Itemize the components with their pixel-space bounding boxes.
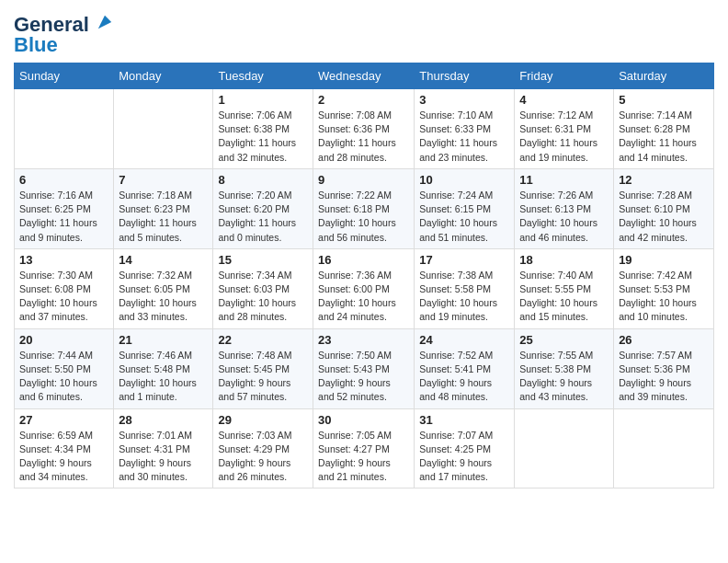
day-info: Sunrise: 7:57 AM Sunset: 5:36 PM Dayligh…: [619, 349, 709, 405]
calendar-cell: 11Sunrise: 7:26 AM Sunset: 6:13 PM Dayli…: [515, 168, 614, 248]
day-number: 8: [218, 173, 308, 187]
calendar-day-header: Saturday: [614, 63, 714, 89]
calendar-day-header: Wednesday: [313, 63, 415, 89]
calendar-cell: 2Sunrise: 7:08 AM Sunset: 6:36 PM Daylig…: [313, 89, 415, 169]
day-number: 25: [519, 333, 609, 347]
svg-marker-0: [98, 16, 111, 29]
calendar-week-row: 1Sunrise: 7:06 AM Sunset: 6:38 PM Daylig…: [15, 89, 714, 169]
calendar-cell: 22Sunrise: 7:48 AM Sunset: 5:45 PM Dayli…: [213, 328, 313, 408]
calendar-cell: 20Sunrise: 7:44 AM Sunset: 5:50 PM Dayli…: [15, 328, 114, 408]
day-info: Sunrise: 7:12 AM Sunset: 6:31 PM Dayligh…: [519, 109, 609, 165]
calendar-cell: 9Sunrise: 7:22 AM Sunset: 6:18 PM Daylig…: [313, 168, 415, 248]
header: General Blue: [14, 9, 714, 55]
day-info: Sunrise: 7:10 AM Sunset: 6:33 PM Dayligh…: [419, 109, 509, 165]
day-number: 6: [19, 173, 108, 187]
page: General Blue SundayMondayTuesdayWednesda…: [0, 0, 728, 563]
day-info: Sunrise: 7:36 AM Sunset: 6:00 PM Dayligh…: [318, 269, 409, 325]
calendar-cell: 4Sunrise: 7:12 AM Sunset: 6:31 PM Daylig…: [515, 89, 614, 169]
day-number: 1: [218, 93, 308, 107]
calendar-cell: 19Sunrise: 7:42 AM Sunset: 5:53 PM Dayli…: [614, 248, 714, 328]
day-number: 10: [419, 173, 509, 187]
day-number: 12: [619, 173, 709, 187]
day-number: 21: [119, 333, 208, 347]
day-info: Sunrise: 7:26 AM Sunset: 6:13 PM Dayligh…: [519, 189, 609, 245]
calendar-day-header: Friday: [515, 63, 614, 89]
day-info: Sunrise: 7:30 AM Sunset: 6:08 PM Dayligh…: [19, 269, 108, 325]
calendar-cell: 24Sunrise: 7:52 AM Sunset: 5:41 PM Dayli…: [415, 328, 515, 408]
calendar-cell: 23Sunrise: 7:50 AM Sunset: 5:43 PM Dayli…: [313, 328, 415, 408]
calendar-week-row: 20Sunrise: 7:44 AM Sunset: 5:50 PM Dayli…: [15, 328, 714, 408]
day-number: 11: [519, 173, 609, 187]
logo: General Blue: [14, 15, 113, 55]
day-info: Sunrise: 6:59 AM Sunset: 4:34 PM Dayligh…: [19, 429, 108, 485]
calendar-cell: 16Sunrise: 7:36 AM Sunset: 6:00 PM Dayli…: [313, 248, 415, 328]
day-number: 23: [318, 333, 409, 347]
calendar-week-row: 27Sunrise: 6:59 AM Sunset: 4:34 PM Dayli…: [15, 408, 714, 488]
calendar-cell: 21Sunrise: 7:46 AM Sunset: 5:48 PM Dayli…: [114, 328, 213, 408]
day-info: Sunrise: 7:55 AM Sunset: 5:38 PM Dayligh…: [519, 349, 609, 405]
calendar: SundayMondayTuesdayWednesdayThursdayFrid…: [14, 63, 714, 488]
calendar-cell: [15, 89, 114, 169]
day-number: 9: [318, 173, 409, 187]
day-number: 31: [419, 413, 509, 427]
calendar-week-row: 6Sunrise: 7:16 AM Sunset: 6:25 PM Daylig…: [15, 168, 714, 248]
logo-text: General: [14, 15, 113, 35]
day-info: Sunrise: 7:07 AM Sunset: 4:25 PM Dayligh…: [419, 429, 509, 485]
calendar-cell: 8Sunrise: 7:20 AM Sunset: 6:20 PM Daylig…: [213, 168, 313, 248]
day-info: Sunrise: 7:18 AM Sunset: 6:23 PM Dayligh…: [119, 189, 208, 245]
calendar-week-row: 13Sunrise: 7:30 AM Sunset: 6:08 PM Dayli…: [15, 248, 714, 328]
calendar-cell: 10Sunrise: 7:24 AM Sunset: 6:15 PM Dayli…: [415, 168, 515, 248]
day-info: Sunrise: 7:22 AM Sunset: 6:18 PM Dayligh…: [318, 189, 409, 245]
calendar-cell: 17Sunrise: 7:38 AM Sunset: 5:58 PM Dayli…: [415, 248, 515, 328]
day-info: Sunrise: 7:20 AM Sunset: 6:20 PM Dayligh…: [218, 189, 308, 245]
calendar-cell: 7Sunrise: 7:18 AM Sunset: 6:23 PM Daylig…: [114, 168, 213, 248]
day-number: 26: [619, 333, 709, 347]
day-info: Sunrise: 7:38 AM Sunset: 5:58 PM Dayligh…: [419, 269, 509, 325]
calendar-cell: 25Sunrise: 7:55 AM Sunset: 5:38 PM Dayli…: [515, 328, 614, 408]
calendar-cell: 31Sunrise: 7:07 AM Sunset: 4:25 PM Dayli…: [415, 408, 515, 488]
calendar-cell: [515, 408, 614, 488]
calendar-cell: 13Sunrise: 7:30 AM Sunset: 6:08 PM Dayli…: [15, 248, 114, 328]
calendar-cell: 5Sunrise: 7:14 AM Sunset: 6:28 PM Daylig…: [614, 89, 714, 169]
day-number: 13: [19, 253, 108, 267]
day-number: 2: [318, 93, 409, 107]
calendar-cell: 30Sunrise: 7:05 AM Sunset: 4:27 PM Dayli…: [313, 408, 415, 488]
day-number: 15: [218, 253, 308, 267]
calendar-cell: 15Sunrise: 7:34 AM Sunset: 6:03 PM Dayli…: [213, 248, 313, 328]
day-number: 29: [218, 413, 308, 427]
day-number: 19: [619, 253, 709, 267]
day-info: Sunrise: 7:42 AM Sunset: 5:53 PM Dayligh…: [619, 269, 709, 325]
day-info: Sunrise: 7:46 AM Sunset: 5:48 PM Dayligh…: [119, 349, 208, 405]
day-info: Sunrise: 7:24 AM Sunset: 6:15 PM Dayligh…: [419, 189, 509, 245]
calendar-day-header: Tuesday: [213, 63, 313, 89]
day-number: 27: [19, 413, 108, 427]
calendar-cell: 14Sunrise: 7:32 AM Sunset: 6:05 PM Dayli…: [114, 248, 213, 328]
day-info: Sunrise: 7:01 AM Sunset: 4:31 PM Dayligh…: [119, 429, 208, 485]
calendar-cell: 18Sunrise: 7:40 AM Sunset: 5:55 PM Dayli…: [515, 248, 614, 328]
day-info: Sunrise: 7:05 AM Sunset: 4:27 PM Dayligh…: [318, 429, 409, 485]
day-number: 22: [218, 333, 308, 347]
day-number: 7: [119, 173, 208, 187]
calendar-cell: 1Sunrise: 7:06 AM Sunset: 6:38 PM Daylig…: [213, 89, 313, 169]
day-number: 17: [419, 253, 509, 267]
logo-blue: Blue: [14, 35, 113, 55]
day-number: 20: [19, 333, 108, 347]
day-info: Sunrise: 7:28 AM Sunset: 6:10 PM Dayligh…: [619, 189, 709, 245]
calendar-cell: 3Sunrise: 7:10 AM Sunset: 6:33 PM Daylig…: [415, 89, 515, 169]
day-number: 30: [318, 413, 409, 427]
day-number: 3: [419, 93, 509, 107]
day-info: Sunrise: 7:08 AM Sunset: 6:36 PM Dayligh…: [318, 109, 409, 165]
day-info: Sunrise: 7:06 AM Sunset: 6:38 PM Dayligh…: [218, 109, 308, 165]
day-info: Sunrise: 7:32 AM Sunset: 6:05 PM Dayligh…: [119, 269, 208, 325]
day-info: Sunrise: 7:16 AM Sunset: 6:25 PM Dayligh…: [19, 189, 108, 245]
calendar-cell: 26Sunrise: 7:57 AM Sunset: 5:36 PM Dayli…: [614, 328, 714, 408]
day-number: 16: [318, 253, 409, 267]
calendar-cell: [614, 408, 714, 488]
day-info: Sunrise: 7:34 AM Sunset: 6:03 PM Dayligh…: [218, 269, 308, 325]
day-number: 5: [619, 93, 709, 107]
calendar-cell: 27Sunrise: 6:59 AM Sunset: 4:34 PM Dayli…: [15, 408, 114, 488]
calendar-cell: [114, 89, 213, 169]
day-info: Sunrise: 7:44 AM Sunset: 5:50 PM Dayligh…: [19, 349, 108, 405]
calendar-header-row: SundayMondayTuesdayWednesdayThursdayFrid…: [15, 63, 714, 89]
day-info: Sunrise: 7:40 AM Sunset: 5:55 PM Dayligh…: [519, 269, 609, 325]
